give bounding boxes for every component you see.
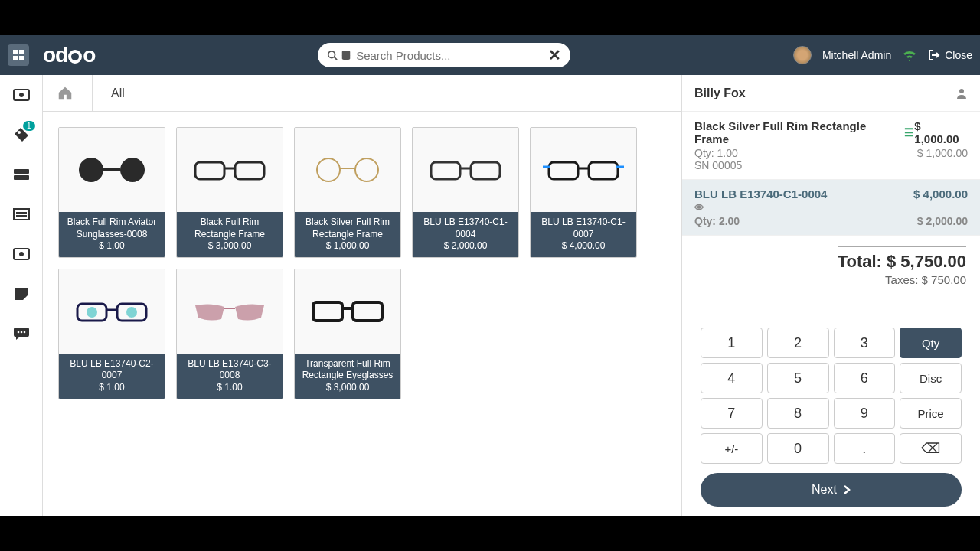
svg-rect-2 <box>13 56 18 60</box>
svg-point-22 <box>120 158 145 182</box>
sidebar-note-icon[interactable] <box>12 285 31 303</box>
numpad-3[interactable]: 3 <box>834 328 896 358</box>
next-button[interactable]: Next <box>701 473 962 507</box>
svg-rect-10 <box>14 169 29 174</box>
order-panel: Billy Fox Black Silver Full Rim Rectangl… <box>681 75 980 516</box>
search-input[interactable] <box>356 49 544 62</box>
list-icon: ☰ <box>904 126 914 139</box>
svg-line-5 <box>335 57 338 60</box>
apps-menu-button[interactable] <box>8 44 29 66</box>
svg-point-18 <box>17 331 19 334</box>
customer-selector[interactable]: Billy Fox <box>682 75 980 112</box>
numpad-backspace[interactable]: ⌫ <box>900 433 962 464</box>
search-icon <box>327 50 338 60</box>
breadcrumb-category[interactable]: All <box>111 86 125 100</box>
person-icon <box>956 87 968 99</box>
user-avatar[interactable] <box>793 46 812 64</box>
glasses-icon <box>70 155 154 185</box>
svg-point-47 <box>959 89 964 93</box>
numpad-dot[interactable]: . <box>834 433 896 464</box>
product-card[interactable]: Black Full Rim Aviator Sunglasses-0008$ … <box>58 127 165 258</box>
sidebar-cash-icon[interactable] <box>12 86 31 104</box>
svg-point-9 <box>18 131 21 134</box>
user-name-label: Mitchell Admin <box>822 49 891 61</box>
letterbox-top <box>0 0 980 35</box>
svg-rect-44 <box>313 302 342 321</box>
svg-point-28 <box>355 158 378 181</box>
product-card[interactable]: BLU LB E13740-C2-0007$ 1.00 <box>58 269 165 399</box>
product-card[interactable]: BLU LB E13740-C1-0007$ 4,000.00 <box>530 127 637 258</box>
glasses-icon <box>305 296 390 327</box>
glasses-icon <box>188 296 272 327</box>
glasses-icon <box>188 155 272 185</box>
home-icon[interactable] <box>57 85 74 102</box>
svg-rect-24 <box>195 162 224 179</box>
svg-rect-25 <box>235 162 264 179</box>
close-session-button[interactable]: Close <box>928 49 972 61</box>
numpad-8[interactable]: 8 <box>767 398 829 429</box>
numpad-disc[interactable]: Disc <box>900 363 962 393</box>
wifi-icon <box>902 49 917 61</box>
svg-rect-33 <box>549 162 578 179</box>
sidebar-tag-icon[interactable]: 1 <box>12 126 31 144</box>
numpad-2[interactable]: 2 <box>767 328 829 358</box>
svg-point-41 <box>87 307 97 318</box>
sidebar-badge: 1 <box>23 121 35 131</box>
product-card[interactable]: Black Full Rim Rectangle Frame$ 3,000.00 <box>176 127 283 258</box>
numpad-6[interactable]: 6 <box>834 363 896 393</box>
svg-rect-1 <box>19 50 24 54</box>
numpad-sign[interactable]: +/- <box>701 433 763 464</box>
svg-rect-12 <box>14 209 29 220</box>
svg-rect-30 <box>431 162 460 179</box>
svg-point-20 <box>23 331 25 334</box>
product-card[interactable]: BLU LB E13740-C3-0008$ 1.00 <box>176 269 283 399</box>
numpad-7[interactable]: 7 <box>701 398 763 429</box>
left-sidebar: 1 <box>0 75 43 516</box>
order-line[interactable]: Black Silver Full Rim Rectangle Frame☰ $… <box>682 112 980 180</box>
order-totals: Total: $ 5,750.00 Taxes: $ 750.00 <box>682 236 980 292</box>
product-card[interactable]: BLU LB E13740-C1-0004$ 2,000.00 <box>412 127 519 258</box>
svg-point-8 <box>19 93 24 97</box>
chevron-right-icon <box>843 484 851 495</box>
sidebar-money-icon[interactable] <box>12 245 31 263</box>
numpad: 1 2 3 Qty 4 5 6 Disc 7 8 9 Price +/- 0 <box>701 328 962 464</box>
svg-point-21 <box>79 158 103 182</box>
breadcrumb-bar: All <box>43 75 681 112</box>
sidebar-list-icon[interactable] <box>12 205 31 223</box>
numpad-4[interactable]: 4 <box>701 363 763 393</box>
top-navbar: odo ✕ Mitchell Admin Close <box>0 35 980 75</box>
product-card[interactable]: Black Silver Full Rim Rectangle Frame$ 1… <box>294 127 401 258</box>
svg-point-19 <box>20 331 22 334</box>
svg-point-16 <box>19 252 24 256</box>
numpad-qty[interactable]: Qty <box>900 328 962 358</box>
sidebar-server-icon[interactable] <box>12 165 31 184</box>
numpad-1[interactable]: 1 <box>701 328 763 358</box>
sign-out-icon <box>928 49 940 61</box>
svg-rect-45 <box>353 302 382 321</box>
svg-rect-31 <box>471 162 500 179</box>
numpad-0[interactable]: 0 <box>767 433 829 464</box>
search-clear-button[interactable]: ✕ <box>548 46 561 64</box>
glasses-icon <box>423 155 508 185</box>
search-box[interactable]: ✕ <box>318 43 570 67</box>
svg-rect-11 <box>14 175 29 180</box>
svg-point-42 <box>126 307 137 318</box>
glasses-icon <box>305 155 390 185</box>
order-line-selected[interactable]: BLU LB E13740-C1-0004 $ 4,000.00 👁 Qty: … <box>682 180 980 236</box>
odoo-logo: odo <box>43 43 95 67</box>
svg-point-4 <box>328 51 335 58</box>
numpad-5[interactable]: 5 <box>767 363 829 393</box>
numpad-9[interactable]: 9 <box>834 398 896 429</box>
svg-rect-34 <box>589 162 618 179</box>
letterbox-bottom <box>0 516 980 551</box>
numpad-price[interactable]: Price <box>900 398 962 429</box>
apps-grid-icon <box>12 49 24 61</box>
svg-rect-0 <box>13 50 18 54</box>
glasses-icon <box>70 296 154 327</box>
glasses-icon <box>541 155 626 185</box>
svg-rect-23 <box>103 168 120 171</box>
database-icon <box>341 50 351 60</box>
product-card[interactable]: Transparent Full Rim Rectangle Eyeglasse… <box>294 269 401 399</box>
sidebar-chat-icon[interactable] <box>12 324 31 343</box>
eye-icon: 👁 <box>694 202 704 214</box>
